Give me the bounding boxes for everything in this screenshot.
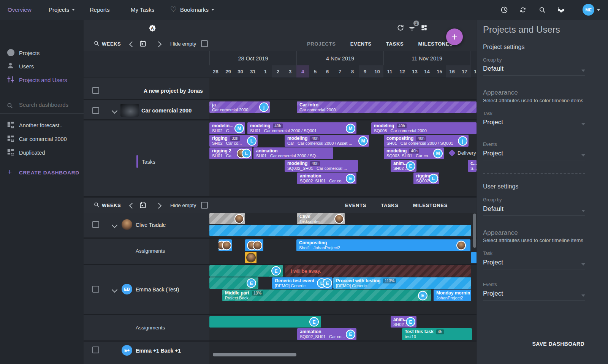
sidebar-item-projects[interactable]: Projects <box>19 50 40 56</box>
event-bar[interactable]: I will be away. <box>285 265 471 277</box>
day-cell[interactable]: 15 <box>433 65 446 78</box>
project-row-label[interactable]: Car comercial 2000 <box>141 108 192 114</box>
project-row-label[interactable]: A new project by Jonas <box>144 88 203 94</box>
project-thumbnail[interactable] <box>120 104 139 117</box>
row-checkbox[interactable] <box>92 347 99 353</box>
task-bar[interactable]: modeling40h SH01 Car comercial 2000 / SQ… <box>247 122 356 134</box>
day-cell-today[interactable]: 4 <box>296 65 309 78</box>
task-bar[interactable]: compositing40h SH01 Car comercial 2000 /… <box>384 135 469 147</box>
day-cell[interactable]: 29 <box>222 65 234 78</box>
task-bar[interactable]: modeling40h SQ005 Car comercial 2000 <box>371 122 477 134</box>
day-cell[interactable]: 8 <box>346 65 359 78</box>
nav-overview[interactable]: Overview <box>8 6 32 13</box>
nav-projects[interactable]: Projects <box>49 6 75 13</box>
search-dashboards-input[interactable] <box>18 101 80 108</box>
chevron-down-icon[interactable] <box>581 70 585 72</box>
day-cell[interactable]: 9 <box>359 65 371 78</box>
tab-events[interactable]: EVENTS <box>350 41 372 47</box>
calendar-icon[interactable] <box>139 201 147 210</box>
day-cell[interactable]: 16 <box>446 65 458 78</box>
event-bar[interactable]: Middle part13% Project Back E <box>222 290 431 301</box>
day-cell[interactable]: 7 <box>334 65 346 78</box>
day-cell[interactable]: 2 <box>272 65 284 78</box>
event-bar[interactable]: Generic test event [DEMO] Generic L E <box>272 277 332 289</box>
chevron-down-icon[interactable] <box>581 154 585 157</box>
event-bar[interactable]: Proceed with testing113% [DEMO] Generic <box>333 277 471 289</box>
day-cell[interactable]: 30 <box>234 65 247 78</box>
weeks-zoom-button[interactable]: WEEKS <box>102 41 121 47</box>
event-bar[interactable] <box>209 225 471 236</box>
day-cell[interactable]: 13 <box>408 65 421 78</box>
events-color-select[interactable]: Project <box>483 150 503 157</box>
nav-my-tasks[interactable]: My Tasks <box>131 6 154 13</box>
task-bar[interactable]: rigging3... SQ002_S... L <box>413 173 439 184</box>
search-icon[interactable] <box>538 6 546 15</box>
chevron-down-icon[interactable] <box>597 9 600 11</box>
event-bar[interactable]: Car intro Car comercial 2000 <box>297 101 477 113</box>
day-cell[interactable]: 10 <box>371 65 383 78</box>
task-bar[interactable]: rigging 2 SH01 Ca... L <box>209 147 252 159</box>
zoom-icon[interactable] <box>93 40 100 48</box>
assignment-bar[interactable] <box>218 239 232 251</box>
nav-reports[interactable]: Reports <box>90 6 110 13</box>
day-cell[interactable]: 11 <box>383 65 396 78</box>
tab-events[interactable]: EVENTS <box>345 203 366 208</box>
task-bar[interactable]: animation SQ002_SH01 Car co... E <box>297 173 356 184</box>
tab-tasks[interactable]: TASKS <box>381 203 399 208</box>
task-bar[interactable]: modeling40h Car Car comercial 2000 / Ass… <box>285 135 369 147</box>
add-button[interactable]: + <box>446 28 463 45</box>
day-cell[interactable]: 12 <box>396 65 408 78</box>
task-bar[interactable]: modeling40h SQ002_SH01 Car comercial ... <box>285 160 358 172</box>
sync-icon[interactable] <box>519 6 527 15</box>
task-color-select[interactable]: Project <box>483 119 503 126</box>
row-checkbox[interactable] <box>92 286 99 293</box>
day-cell[interactable]: 5 <box>309 65 321 78</box>
day-cell[interactable]: 14 <box>421 65 433 78</box>
dashboard-item[interactable]: Duplicated <box>19 150 45 156</box>
chevron-down-icon[interactable] <box>581 263 585 266</box>
refresh-icon[interactable] <box>397 24 404 33</box>
row-checkbox[interactable] <box>92 107 99 114</box>
weeks-zoom-button[interactable]: WEEKS <box>102 203 121 208</box>
event-bar[interactable]: Clive Tasksorder <box>297 213 345 224</box>
task-bar[interactable]: rigging32h SH02 Car co... L <box>209 135 258 147</box>
task-bar[interactable]: modeling40h SQ003_SH01 Car co... M <box>384 147 444 159</box>
day-cell[interactable]: 28 <box>209 65 222 78</box>
assignment-bar[interactable] <box>471 252 477 263</box>
assignment-bar[interactable]: anim... SH02 ... E <box>391 316 416 328</box>
event-bar[interactable]: ja Car comercial 2000 j <box>209 101 270 113</box>
assignment-bar[interactable] <box>245 252 256 263</box>
hide-empty-checkbox[interactable] <box>201 40 208 47</box>
task-bar[interactable]: animation SH01 Car comercial 2000 / SQ..… <box>253 147 333 159</box>
user-row-label[interactable]: Emma +1 Back +1 <box>136 348 181 354</box>
tab-projects[interactable]: PROJECTS <box>307 41 336 47</box>
history-icon[interactable] <box>500 6 508 15</box>
task-bar[interactable]: modelin... SH02 C... M <box>209 122 245 134</box>
hide-empty-checkbox[interactable] <box>201 202 208 209</box>
chevron-down-icon[interactable] <box>581 210 585 212</box>
assignment-bar[interactable]: E <box>209 316 321 328</box>
assignment-bar[interactable]: Test this task4h test10 <box>402 328 472 340</box>
nav-bookmarks[interactable]: Bookmarks <box>180 6 214 13</box>
sidebar-item-users[interactable]: Users <box>19 63 34 70</box>
chevron-down-icon[interactable] <box>581 294 585 297</box>
event-bar[interactable]: E <box>209 265 283 277</box>
horizontal-scrollbar[interactable] <box>213 353 296 356</box>
grid-view-icon[interactable] <box>420 24 428 33</box>
day-cell[interactable]: 17 <box>458 65 471 78</box>
assignment-bar[interactable] <box>245 239 263 251</box>
zoom-icon[interactable] <box>93 202 100 209</box>
event-bar[interactable] <box>209 213 245 224</box>
vertical-scrollbar[interactable] <box>473 214 476 248</box>
tab-milestones[interactable]: MILESTONES <box>413 203 448 208</box>
row-checkbox[interactable] <box>92 87 99 94</box>
inbox-icon[interactable] <box>557 6 565 16</box>
create-dashboard-button[interactable]: CREATE DASHBOARD <box>19 170 79 176</box>
task-bar[interactable]: anim... SH02 ... E <box>391 160 416 172</box>
task-color-select[interactable]: Project <box>483 259 503 266</box>
event-bar[interactable]: Monday mornin JohanProject2 <box>434 290 471 301</box>
day-cell[interactable]: 1 <box>259 65 272 78</box>
chevron-down-icon[interactable] <box>581 123 585 125</box>
group-by-select[interactable]: Default <box>483 205 504 213</box>
events-color-select[interactable]: Project <box>483 290 503 298</box>
